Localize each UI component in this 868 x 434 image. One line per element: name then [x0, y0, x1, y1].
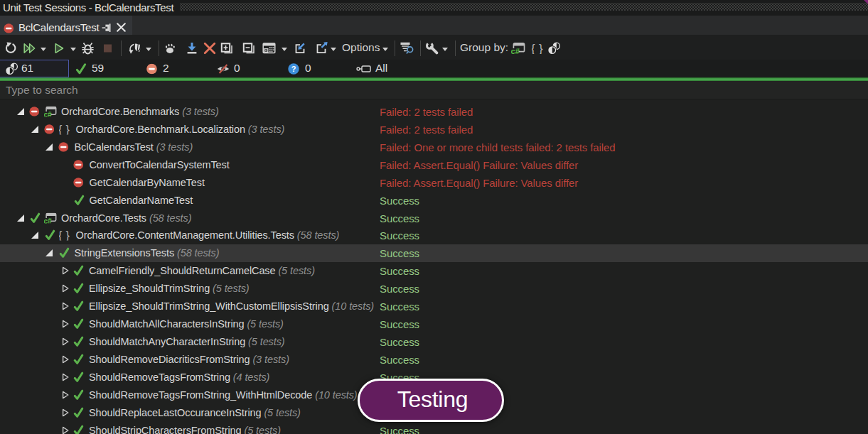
- svg-text:?: ?: [291, 65, 296, 73]
